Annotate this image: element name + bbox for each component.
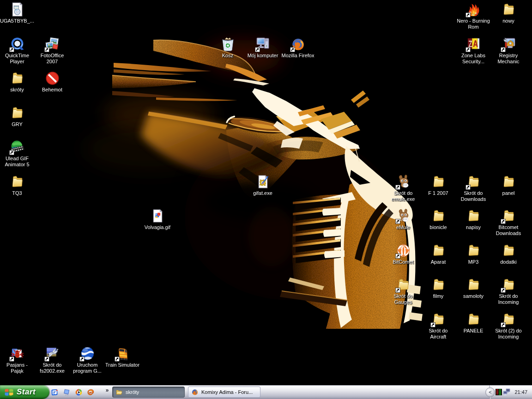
- desktop-icon-skrot-do-incoming[interactable]: Skrót doIncoming: [491, 277, 526, 305]
- desktop-icon-label: dodatki: [500, 259, 516, 265]
- desktop-icon-label: GRY: [12, 121, 23, 127]
- desktop-icon-mozilla-firefox[interactable]: Mozilla Firefox: [280, 36, 315, 59]
- desktop-icon-registry-mechanic[interactable]: RegistryMechanic: [491, 36, 526, 65]
- recycle-icon: [220, 36, 236, 52]
- desktop-icon-label-line: Behemot: [42, 87, 62, 93]
- desktop-icon-gifat-exe[interactable]: gifat.exe: [245, 174, 280, 196]
- desktop-icon-label-line: UGA5TBYB_...: [0, 18, 34, 24]
- desktop-icon-skrot-do-fs2002[interactable]: Skrót dofs2002.exe: [35, 346, 70, 374]
- quick-launch-overflow-chevron[interactable]: »: [103, 387, 111, 394]
- desktop-icon-label: QuickTimePlayer: [5, 53, 29, 65]
- desktop-icon-train-simulator[interactable]: Train Simulator: [105, 346, 140, 368]
- desktop-icon-label: Mój komputer: [248, 53, 278, 59]
- desktop-icon-bionicle[interactable]: bionicle: [421, 208, 456, 230]
- start-button[interactable]: Start: [0, 385, 49, 399]
- desktop-icon-skrot-do-downloads[interactable]: Skrót doDownloads: [456, 174, 491, 202]
- desktop-icon-bitcomet-downloads[interactable]: BitcometDownloads: [491, 208, 526, 236]
- desktop-icon-label: Skrót doDownloads: [461, 190, 486, 202]
- desktop-icon-label-line: bionicle: [429, 224, 447, 230]
- desktop-icon-kosz[interactable]: Kosz: [210, 36, 245, 59]
- desktop-icon-uruchom-program-g[interactable]: Uruchomprogram G...: [70, 346, 105, 374]
- desktop-icon-skrot-2-do-incoming[interactable]: Skrót (2) doIncoming: [491, 312, 526, 340]
- desktop-icon-label: PANELE: [464, 328, 484, 334]
- desktop-icon-zone-labs-security[interactable]: Zone LabsSecurity...: [456, 36, 491, 65]
- desktop-icon-label-line: Pająk: [6, 368, 28, 374]
- desktop-icon-label: Aparat: [431, 259, 446, 265]
- desktop-icon-label: Zone LabsSecurity...: [461, 53, 485, 65]
- desktop-icon-skroty[interactable]: skróty: [0, 71, 35, 93]
- windows-media-player-quicklaunch-icon[interactable]: [75, 388, 83, 396]
- windows-logo-icon: [4, 387, 14, 397]
- tray-clock[interactable]: 21:47: [514, 389, 527, 395]
- desktop-icon-bitcomet[interactable]: BitComet: [386, 243, 421, 265]
- desktop-icon-label-line: GRY: [12, 121, 23, 127]
- desktop-icon-label-line: Downloads: [461, 196, 486, 202]
- shortcut-arrow-icon: [430, 322, 435, 327]
- network-tray-icon[interactable]: [503, 388, 510, 396]
- shortcut-arrow-icon: [9, 47, 14, 52]
- taskbar-button-skroty-window[interactable]: skróty: [112, 387, 185, 398]
- desktop-icon-panele[interactable]: PANELE: [456, 312, 491, 334]
- desktop-icon-label: Mozilla Firefox: [282, 53, 314, 59]
- regmech-icon: [501, 36, 516, 52]
- folder-icon: [501, 243, 516, 258]
- desktop-icon-skrot-do-gauges[interactable]: Skrót doGauges: [386, 277, 421, 305]
- desktop-icon-gry[interactable]: GRY: [0, 105, 35, 127]
- desktop-icon-aparat[interactable]: Aparat: [421, 243, 456, 265]
- desktop-icon-label: filmy: [433, 293, 444, 299]
- desktop-icon-label: BitcometDownloads: [496, 224, 521, 236]
- desktop-icon-skrot-do-emule[interactable]: Skrót doemule.exe: [386, 174, 421, 202]
- folder-icon: [10, 71, 25, 86]
- desktop-icon-samoloty[interactable]: samoloty: [456, 277, 491, 299]
- shortcut-arrow-icon: [79, 357, 85, 362]
- ulead-icon: [10, 139, 25, 155]
- desktop-icon-f-1-2007[interactable]: F 1 2007: [421, 174, 456, 196]
- nero-icon: [466, 2, 481, 17]
- bitcomet-icon: [396, 243, 411, 258]
- folder-icon: [431, 312, 446, 327]
- desktop-icon-dodatki[interactable]: dodatki: [491, 243, 526, 265]
- desktop-icon-skrot-do-aircraft[interactable]: Skrót doAircraft: [421, 312, 456, 340]
- desktop-icon-label-line: napisy: [466, 224, 481, 230]
- desktop-icon-uga5tbyb[interactable]: UGA5TBYB_...: [0, 2, 35, 24]
- desktop-icon-filmy[interactable]: filmy: [421, 277, 456, 299]
- desktop-icon-ulead-gif-animator[interactable]: Ulead GIFAnimator 5: [0, 139, 35, 168]
- desktop-icon-fotooffice-2007[interactable]: FotoOffice2007: [35, 36, 70, 65]
- shortcut-arrow-icon: [501, 288, 506, 293]
- desktop-icon-label-line: Train Simulator: [105, 362, 139, 368]
- tray-collapse-button[interactable]: <: [485, 387, 495, 397]
- desktop-icon-label-line: filmy: [433, 293, 444, 299]
- firefox-icon: [290, 36, 306, 52]
- desktop-icon-label: RegistryMechanic: [497, 53, 519, 65]
- show-desktop-quicklaunch-icon[interactable]: [63, 388, 71, 396]
- desktop-icon-label-line: Aircraft: [429, 334, 448, 340]
- desktop[interactable]: UGA5TBYB_...QuickTimePlayerFotoOffice200…: [0, 0, 532, 399]
- desktop-icon-napisy[interactable]: napisy: [456, 208, 491, 230]
- desktop-icon-panel[interactable]: panel: [491, 174, 526, 196]
- desktop-icon-tq3[interactable]: TQ3: [0, 174, 35, 196]
- desktop-icon-label: Ulead GIFAnimator 5: [5, 156, 29, 168]
- desktop-icon-mp3[interactable]: MP3: [456, 243, 491, 265]
- desktop-icon-label: Kosz: [222, 53, 233, 59]
- launch-internet-explorer-quicklaunch-icon[interactable]: [51, 388, 59, 396]
- orange-swirl-app-quicklaunch-icon[interactable]: [87, 388, 95, 396]
- desktop-icon-volvagia-gif[interactable]: Volvagia.gif: [140, 208, 175, 230]
- task-button-label: Komixy Adima - Foru...: [201, 389, 253, 395]
- train-icon: [115, 346, 130, 361]
- zonelabs-icon: [466, 36, 481, 52]
- folder-icon: [466, 208, 481, 224]
- traffic-meter-tray-icon[interactable]: [495, 388, 502, 396]
- desktop-icon-moj-komputer[interactable]: Mój komputer: [245, 36, 280, 59]
- desktop-icon-label: Skrót doGauges: [394, 293, 413, 305]
- desktop-icon-emule[interactable]: eMule: [386, 208, 421, 230]
- desktop-icon-nowy[interactable]: nowy: [491, 2, 526, 24]
- desktop-icon-behemot[interactable]: Behemot: [35, 71, 70, 93]
- desktop-icon-quicktime-player[interactable]: QuickTimePlayer: [0, 36, 35, 65]
- desktop-icon-label: Pasjans -Pająk: [6, 362, 28, 374]
- desktop-icon-label-line: Skrót (2) do: [495, 328, 521, 334]
- taskbar-button-firefox-window[interactable]: Komixy Adima - Foru...: [188, 387, 260, 398]
- task-buttons: skrótyKomixy Adima - Foru...: [112, 387, 260, 398]
- desktop-icon-nero-burning-rom[interactable]: Nero - BurningRom: [456, 2, 491, 30]
- desktop-icon-label: UGA5TBYB_...: [0, 18, 34, 24]
- desktop-icon-pasjans-pajak[interactable]: Pasjans -Pająk: [0, 346, 35, 374]
